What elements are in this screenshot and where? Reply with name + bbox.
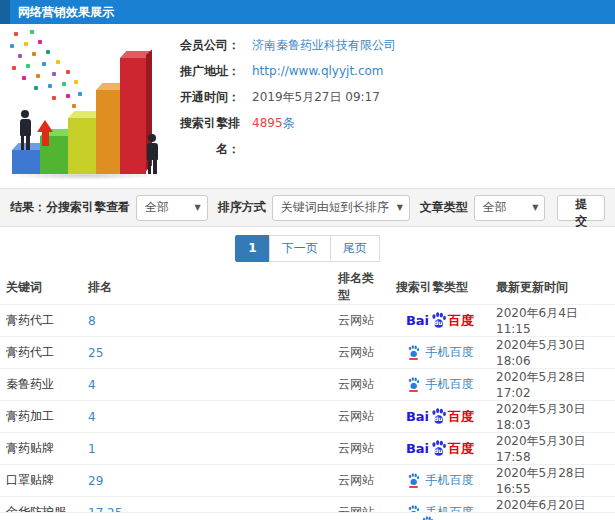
table-row: 膏药加工 4 云网站 Bai du 百度 2020年5月30日 18:03	[0, 401, 615, 433]
engine-rank-label: 搜索引擎排名：	[170, 110, 240, 136]
mobile-baidu-icon: 手机百度	[407, 377, 474, 392]
account-info-list: 会员公司： 济南秦鲁药业科技有限公司 推广地址： http://www.qlyy…	[170, 32, 610, 136]
article-type-label: 文章类型	[420, 199, 468, 216]
keyword-cell: 膏药加工	[0, 401, 82, 433]
rank-type-cell: 云网站	[332, 465, 390, 497]
sort-label: 排序方式	[218, 199, 266, 216]
rank-cell[interactable]: 1	[82, 433, 332, 465]
last-page-button[interactable]: 尾页	[330, 235, 380, 262]
keyword-cell: 口罩贴牌	[0, 465, 82, 497]
keyword-cell: 膏药代工	[0, 337, 82, 369]
keyword-cell: 膏药贴牌	[0, 433, 82, 465]
person-right-figure	[145, 134, 159, 174]
baidu-logo-icon: Bai du 百度	[406, 312, 474, 329]
submit-button[interactable]: 提交	[557, 195, 605, 221]
engine-rank-unit: 条	[283, 116, 295, 130]
baidu-logo-icon: Bai du 百度	[406, 408, 474, 425]
sort-value: 关键词由短到长排序	[281, 199, 389, 216]
rank-type-cell: 云网站	[332, 305, 390, 337]
rank-type-cell: 云网站	[332, 401, 390, 433]
company-row: 会员公司： 济南秦鲁药业科技有限公司	[170, 32, 610, 58]
pagination-section: 1 下一页 尾页	[0, 227, 615, 270]
filter-bar: 结果： 分搜索引擎查看 全部 ▼ 排序方式 关键词由短到长排序 ▼ 文章类型 全…	[0, 188, 615, 227]
sort-select[interactable]: 关键词由短到长排序 ▼	[272, 195, 410, 221]
open-time-label: 开通时间：	[170, 84, 240, 110]
rank-cell[interactable]: 8	[82, 305, 332, 337]
growth-arrow-icon	[37, 120, 53, 146]
col-updated: 最新更新时间	[490, 270, 615, 305]
company-link[interactable]: 济南秦鲁药业科技有限公司	[252, 38, 396, 52]
promo-url-label: 推广地址：	[170, 58, 240, 84]
caret-down-icon: ▼	[524, 203, 538, 212]
promo-url-link[interactable]: http://www.qlyyjt.com	[252, 64, 384, 78]
updated-cell: 2020年5月30日 17:58	[490, 433, 615, 465]
updated-cell: 2020年6月4日 11:15	[490, 305, 615, 337]
table-header-row: 关键词 排名 排名类型 搜索引擎类型 最新更新时间	[0, 270, 615, 305]
chart-bar-red	[120, 58, 146, 174]
promo-url-row: 推广地址： http://www.qlyyjt.com	[170, 58, 610, 84]
updated-cell: 2020年5月30日 18:06	[490, 337, 615, 369]
updated-cell: 2020年5月28日 17:02	[490, 369, 615, 401]
engine-view-label: 分搜索引擎查看	[46, 199, 130, 216]
marketing-effect-page: 网络营销效果展示	[0, 0, 615, 520]
caret-down-icon: ▼	[389, 203, 403, 212]
engine-rank-row: 搜索引擎排名： 4895条	[170, 110, 610, 136]
engine-rank-count: 4895	[252, 116, 283, 130]
company-label: 会员公司：	[170, 32, 240, 58]
baidu-logo-icon: Bai du 百度	[406, 440, 474, 457]
result-label: 结果：	[10, 199, 46, 216]
article-type-select[interactable]: 全部 ▼	[474, 195, 546, 221]
mobile-baidu-icon: 手机百度	[407, 345, 474, 360]
keyword-cell: 膏药代工	[0, 305, 82, 337]
rank-cell[interactable]: 4	[82, 401, 332, 433]
table-row: 口罩贴牌 29 云网站 手机百度 2020年5月28日 16:55	[0, 465, 615, 497]
table-row: 秦鲁药业 4 云网站 手机百度 2020年5月28日 17:02	[0, 369, 615, 401]
title-bar-accent	[0, 0, 10, 24]
chart-bar-yellow	[68, 118, 98, 174]
rank-cell[interactable]: 29	[82, 465, 332, 497]
col-rank-type: 排名类型	[332, 270, 390, 305]
bar-chart-illustration	[4, 30, 170, 182]
pagination: 1 下一页 尾页	[235, 235, 379, 262]
table-row: 膏药代工 25 云网站 手机百度 2020年5月30日 18:06	[0, 337, 615, 369]
updated-cell: 2020年5月30日 18:03	[490, 401, 615, 433]
article-type-value: 全部	[483, 199, 507, 216]
rank-type-cell: 云网站	[332, 433, 390, 465]
mobile-baidu-icon: 手机百度	[407, 473, 474, 488]
open-time-row: 开通时间： 2019年5月27日 09:17	[170, 84, 610, 110]
next-page-button[interactable]: 下一页	[269, 235, 331, 262]
account-info-section: 会员公司： 济南秦鲁药业科技有限公司 推广地址： http://www.qlyy…	[0, 24, 615, 188]
table-row: 膏药代工 8 云网站 Bai du 百度 2020年6月4日 11:15	[0, 305, 615, 337]
keyword-cell: 秦鲁药业	[0, 369, 82, 401]
keyword-rank-table: 关键词 排名 排名类型 搜索引擎类型 最新更新时间 膏药代工 8 云网站 Bai…	[0, 270, 615, 520]
mobile-baidu-icon	[421, 516, 435, 520]
updated-cell: 2020年5月28日 16:55	[490, 465, 615, 497]
col-rank: 排名	[82, 270, 332, 305]
partial-table-row	[0, 512, 615, 520]
col-engine-type: 搜索引擎类型	[390, 270, 490, 305]
chart-bar-blue	[12, 150, 42, 174]
col-keyword: 关键词	[0, 270, 82, 305]
rank-type-cell: 云网站	[332, 337, 390, 369]
open-time-value: 2019年5月27日 09:17	[252, 84, 380, 110]
title-bar: 网络营销效果展示	[0, 0, 615, 24]
engine-view-value: 全部	[145, 199, 169, 216]
page-1-button[interactable]: 1	[235, 235, 269, 262]
rank-type-cell: 云网站	[332, 369, 390, 401]
rank-cell[interactable]: 25	[82, 337, 332, 369]
caret-down-icon: ▼	[187, 203, 201, 212]
rank-cell[interactable]: 4	[82, 369, 332, 401]
page-title: 网络营销效果展示	[18, 0, 114, 24]
person-left-figure	[18, 110, 32, 150]
table-row: 膏药贴牌 1 云网站 Bai du 百度 2020年5月30日 17:58	[0, 433, 615, 465]
engine-view-select[interactable]: 全部 ▼	[136, 195, 208, 221]
